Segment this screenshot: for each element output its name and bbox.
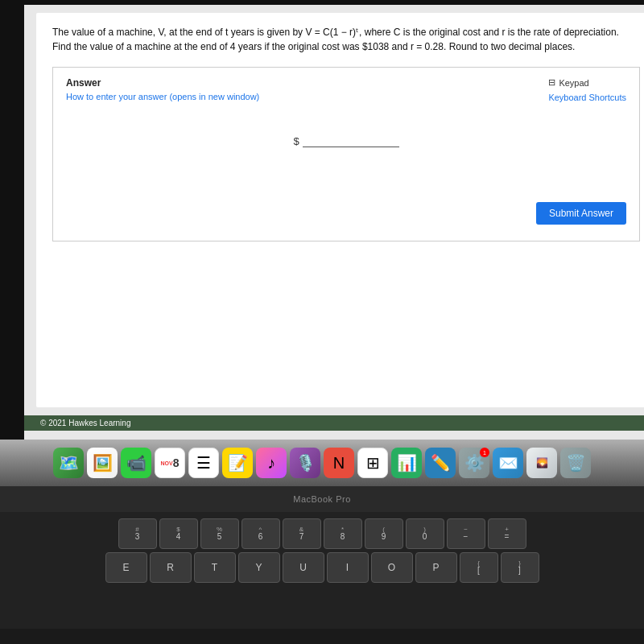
macbook-pro-text: MacBook Pro [293, 494, 351, 504]
dock-pages-icon[interactable]: ✏️ [425, 448, 456, 478]
dock-system-prefs-icon[interactable]: ⚙️ 1 [459, 448, 489, 478]
key-9[interactable]: (9 [365, 518, 403, 549]
key-y[interactable]: Y [238, 552, 280, 583]
keyboard-shortcuts-link[interactable]: Keyboard Shortcuts [548, 93, 626, 102]
keyboard-row-2: E R T Y U I O P {[ }] [10, 552, 634, 583]
keypad-label: Keypad [559, 78, 588, 88]
dock-numbers-icon[interactable]: 📊 [391, 448, 422, 478]
dollar-sign: $ [293, 135, 299, 147]
answer-header: Answer How to enter your answer (opens i… [66, 77, 626, 104]
key-o[interactable]: O [371, 552, 413, 583]
dock-remote-icon[interactable]: ⊞ [357, 448, 388, 478]
screen: The value of a machine, V, at the end of… [24, 5, 644, 440]
how-to-enter-link[interactable]: How to enter your answer (opens in new w… [66, 92, 259, 101]
key-6[interactable]: ^6 [242, 518, 280, 549]
web-content: The value of a machine, V, at the end of… [36, 13, 644, 407]
key-p[interactable]: P [415, 552, 457, 583]
input-area: $ [66, 110, 626, 196]
dock-podcasts-icon[interactable]: 🎙️ [290, 448, 320, 478]
dock-bar: 🗺️ 🖼️ 📹 NOV 8 ☰ 📝 ♪ 🎙️ N ⊞ 📊 ✏️ ⚙️ 1 ✉️ … [0, 440, 644, 486]
dock-photos-icon[interactable]: 🖼️ [87, 448, 118, 478]
key-8[interactable]: *8 [324, 518, 362, 549]
key-equals[interactable]: += [488, 518, 526, 549]
answer-right: ⊟ Keypad Keyboard Shortcuts [548, 77, 626, 104]
keypad-icon: ⊟ [548, 77, 555, 88]
problem-text: The value of a machine, V, at the end of… [52, 25, 640, 54]
key-minus[interactable]: −− [447, 518, 485, 549]
submit-container: Submit Answer [66, 196, 626, 231]
submit-button[interactable]: Submit Answer [536, 202, 626, 225]
copyright-text: © 2021 Hawkes Learning [40, 419, 130, 427]
problem-line1: The value of a machine, V, at the end of… [52, 25, 640, 39]
answer-left: Answer How to enter your answer (opens i… [66, 77, 259, 103]
key-u[interactable]: U [283, 552, 324, 583]
answer-section: Answer How to enter your answer (opens i… [52, 67, 640, 242]
key-7[interactable]: &7 [283, 518, 321, 549]
keypad-button[interactable]: ⊟ Keypad [548, 77, 626, 88]
dock-calendar-icon[interactable]: NOV 8 [155, 448, 185, 478]
screen-bezel: The value of a machine, V, at the end of… [0, 0, 644, 440]
answer-label: Answer [66, 77, 259, 89]
dock-photos2-icon[interactable]: 🌄 [526, 448, 557, 478]
key-4[interactable]: $4 [159, 518, 198, 549]
key-lbrace[interactable]: {[ [460, 552, 498, 583]
keyboard-row-1: #3 $4 %5 ^6 &7 *8 (9 )0 −− += [10, 518, 634, 549]
key-0[interactable]: )0 [406, 518, 444, 549]
dock-reminders-icon[interactable]: ☰ [188, 448, 219, 478]
dock-music-icon[interactable]: ♪ [256, 448, 287, 478]
key-3[interactable]: #3 [118, 518, 157, 549]
key-5[interactable]: %5 [200, 518, 239, 549]
dock-facetime-icon[interactable]: 📹 [121, 448, 151, 478]
key-i[interactable]: I [327, 552, 369, 583]
footer-bar: © 2021 Hawkes Learning [24, 415, 644, 431]
dock-trash-icon[interactable]: 🗑️ [560, 448, 591, 478]
key-t[interactable]: T [194, 552, 236, 583]
dock-notes-icon[interactable]: 📝 [222, 448, 253, 478]
problem-line2: Find the value of a machine at the end o… [52, 39, 640, 54]
dock-news-icon[interactable]: N [324, 448, 354, 478]
macbook-label-bar: MacBook Pro [0, 486, 644, 512]
keyboard: #3 $4 %5 ^6 &7 *8 (9 )0 −− += E R T Y U … [0, 512, 644, 629]
dock-mail-icon[interactable]: ✉️ [493, 448, 523, 478]
key-rbrace[interactable]: }] [501, 552, 539, 583]
key-e[interactable]: E [105, 552, 147, 583]
answer-input[interactable] [303, 134, 399, 147]
key-r[interactable]: R [150, 552, 192, 583]
dock-maps-icon[interactable]: 🗺️ [53, 448, 84, 478]
